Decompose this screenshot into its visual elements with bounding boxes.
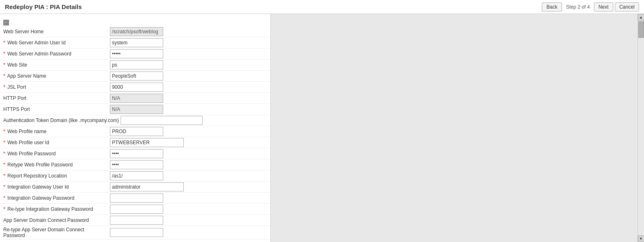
label-web-site: * Web Site — [3, 62, 110, 68]
page-title: Redeploy PIA : PIA Details — [5, 3, 82, 10]
input-jsl-port[interactable] — [110, 83, 163, 92]
input-web-profile-user-id[interactable] — [110, 138, 184, 147]
scrollbar-thumb[interactable] — [638, 21, 644, 38]
label-retype-web-profile-password: * Retype Web Profile Password — [3, 162, 110, 168]
header-controls: Back Step 2 of 4 Next Cancel — [542, 2, 639, 12]
required-star: * — [3, 151, 5, 157]
required-star: * — [3, 173, 5, 179]
required-star: * — [3, 184, 5, 190]
field-row-app-server-name: * App Server Name — [0, 71, 270, 82]
field-row-integration-gateway-password: * Integration Gateway Password — [0, 193, 270, 204]
label-report-repository-location: * Report Repository Location — [3, 173, 110, 179]
input-report-repository-location[interactable] — [110, 171, 163, 180]
input-app-server-name[interactable] — [110, 71, 163, 81]
label-http-port: HTTP Port — [3, 95, 110, 101]
field-row-auth-token: Authentication Token Domain (like .mycom… — [0, 115, 270, 126]
input-app-server-domain-connect-password[interactable] — [110, 216, 163, 225]
label-auth-token: Authentication Token Domain (like .mycom… — [3, 118, 121, 123]
field-row-report-repository-location: * Report Repository Location — [0, 171, 270, 182]
field-row-web-site: * Web Site — [0, 60, 270, 71]
input-retype-integration-gateway-password[interactable] — [110, 205, 163, 214]
required-star: * — [3, 206, 5, 212]
required-star: * — [3, 40, 5, 46]
field-row-web-profile-name: * Web Profile name — [0, 126, 270, 137]
label-jsl-port: * JSL Port — [3, 84, 110, 90]
required-star: * — [3, 73, 5, 79]
input-https-port[interactable] — [110, 105, 163, 114]
field-row-http-port: HTTP Port — [0, 93, 270, 104]
required-star: * — [3, 129, 5, 134]
label-web-server-home: Web Server Home — [3, 29, 110, 35]
label-https-port: HTTPS Port — [3, 106, 110, 112]
cancel-button[interactable]: Cancel — [615, 2, 639, 12]
field-row-integration-gateway-user-id: * Integration Gateway User Id — [0, 182, 270, 193]
required-star: * — [3, 162, 5, 168]
input-web-server-admin-password[interactable] — [110, 49, 163, 58]
input-retype-app-server-domain-connect-password[interactable] — [110, 228, 163, 237]
field-row-retype-app-server-domain-connect-password: Re-type App Server Domain Connect Passwo… — [0, 226, 270, 240]
label-web-server-admin-password: * Web Server Admin Password — [3, 51, 110, 57]
input-auth-token[interactable] — [121, 116, 203, 125]
field-row-web-profile-user-id: * Web Profile user Id — [0, 137, 270, 148]
collapse-icon[interactable]: − — [3, 20, 9, 25]
input-web-profile-password[interactable] — [110, 149, 163, 158]
required-star: * — [3, 84, 5, 90]
label-retype-integration-gateway-password: * Re-type Integration Gateway Password — [3, 206, 110, 212]
field-row-app-server-domain-connect-password: App Server Domain Connect Password — [0, 215, 270, 226]
required-star: * — [3, 62, 5, 68]
input-integration-gateway-password[interactable] — [110, 194, 163, 203]
scrollbar-track: ▲ ▼ — [637, 14, 644, 242]
required-star: * — [3, 195, 5, 201]
main-content: − Web Server Home * Web Server Admin Use… — [0, 14, 644, 242]
field-row-web-server-home: Web Server Home — [0, 26, 270, 37]
label-web-profile-user-id: * Web Profile user Id — [3, 140, 110, 145]
step-label: Step 2 of 4 — [564, 4, 592, 10]
label-app-server-name: * App Server Name — [3, 73, 110, 79]
label-integration-gateway-password: * Integration Gateway Password — [3, 195, 110, 201]
input-retype-web-profile-password[interactable] — [110, 160, 163, 169]
label-web-server-admin-user-id: * Web Server Admin User Id — [3, 40, 110, 46]
field-row-web-server-admin-password: * Web Server Admin Password — [0, 48, 270, 60]
input-web-profile-name[interactable] — [110, 127, 163, 136]
input-web-server-home[interactable] — [110, 27, 163, 36]
field-row-https-port: HTTPS Port — [0, 104, 270, 115]
field-row-web-server-admin-user-id: * Web Server Admin User Id — [0, 37, 270, 48]
input-web-site[interactable] — [110, 60, 163, 69]
label-web-profile-name: * Web Profile name — [3, 129, 110, 134]
field-row-retype-web-profile-password: * Retype Web Profile Password — [0, 159, 270, 171]
field-row-jsl-port: * JSL Port — [0, 82, 270, 93]
required-star: * — [3, 140, 5, 145]
page-header: Redeploy PIA : PIA Details Back Step 2 o… — [0, 0, 644, 14]
input-integration-gateway-user-id[interactable] — [110, 182, 184, 191]
field-row-web-profile-password: * Web Profile Password — [0, 148, 270, 159]
right-panel: ▲ ▼ — [271, 14, 644, 242]
label-app-server-domain-connect-password: App Server Domain Connect Password — [3, 217, 110, 223]
input-web-server-admin-user-id[interactable] — [110, 38, 163, 47]
next-button[interactable]: Next — [594, 2, 613, 12]
label-integration-gateway-user-id: * Integration Gateway User Id — [3, 184, 110, 190]
form-panel: − Web Server Home * Web Server Admin Use… — [0, 14, 271, 242]
required-star: * — [3, 51, 5, 57]
back-button[interactable]: Back — [542, 2, 562, 12]
label-web-profile-password: * Web Profile Password — [3, 151, 110, 157]
input-http-port[interactable] — [110, 94, 163, 103]
label-retype-app-server-domain-connect-password: Re-type App Server Domain Connect Passwo… — [3, 227, 110, 238]
scrollbar-up-arrow[interactable]: ▲ — [638, 14, 644, 21]
scrollbar-down-arrow[interactable]: ▼ — [638, 235, 644, 242]
field-row-retype-integration-gateway-password: * Re-type Integration Gateway Password — [0, 204, 270, 215]
